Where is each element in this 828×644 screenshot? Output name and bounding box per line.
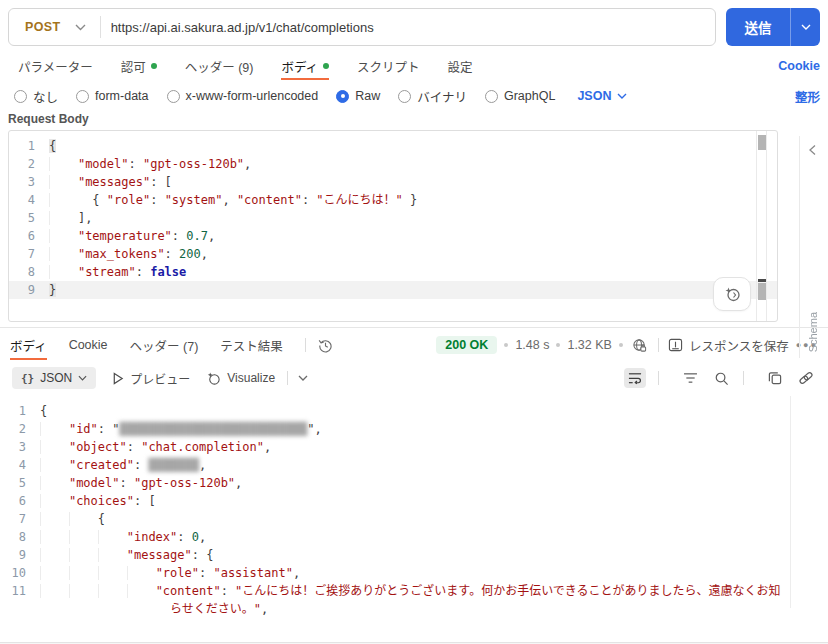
radio-raw[interactable]: Raw [336,89,380,103]
send-button[interactable]: 送信 [726,8,790,46]
tab-response-body[interactable]: ボディ [10,328,47,362]
body-type-row: なし form-data x-www-form-urlencoded Raw バ… [0,84,828,108]
response-scrollbar[interactable] [790,396,791,608]
save-response-button[interactable]: レスポンスを保存 [668,336,789,355]
beautify-link[interactable]: 整形 [795,87,820,106]
collapse-panel-icon[interactable] [808,144,817,156]
link-icon[interactable] [796,369,816,387]
preview-button[interactable]: プレビュー [112,370,190,387]
request-body-title: Request Body [8,112,89,126]
code-line: 7 "max_tokens": 200, [9,245,777,263]
tab-headers[interactable]: ヘッダー (9) [185,50,254,82]
response-time[interactable]: 1.48 s [515,338,549,352]
chevron-down-icon [78,375,87,381]
copy-icon[interactable] [766,369,784,387]
viewer-actions [624,368,816,388]
response-code[interactable]: 1{2 "id": "██████████████████████████",3… [0,396,790,618]
dot-separator [556,343,560,347]
radio-icon [14,90,27,103]
divider [658,371,659,385]
request-body-header: Request Body [0,108,828,130]
radio-none[interactable]: なし [14,87,58,106]
send-split-button: 送信 [726,8,820,46]
tab-body[interactable]: ボディ [281,50,329,82]
code-line: 2 "model": "gpt-oss-120b", [9,155,777,173]
method-label: POST [25,20,61,34]
language-selector[interactable]: JSON [577,89,627,103]
url-input[interactable] [101,20,715,35]
save-response-icon [668,338,683,352]
response-body-panel: 1{2 "id": "██████████████████████████",3… [0,396,828,618]
code-line: 5 ], [9,209,777,227]
radio-icon [76,90,89,103]
radio-urlencoded[interactable]: x-www-form-urlencoded [167,89,319,103]
response-tabs: ボディ Cookie ヘッダー (7) テスト結果 200 OK 1.48 s … [0,328,828,362]
radio-graphql[interactable]: GraphQL [485,89,555,103]
url-box: POST [8,8,716,46]
divider [658,338,659,352]
visualize-sparkle-icon [206,371,221,386]
right-rail: Schema [799,136,828,358]
code-line: 1{ [0,402,790,420]
history-icon[interactable] [316,336,335,355]
code-line: 4 "created": ███████, [0,456,790,474]
postbot-button[interactable] [713,277,751,311]
code-line: 5 "model": "gpt-oss-120b", [0,474,790,492]
tab-settings[interactable]: 設定 [448,50,473,82]
filter-icon[interactable] [681,370,700,386]
cookies-link[interactable]: Cookie [778,59,820,73]
scroll-mark [758,283,766,300]
response-meta: 200 OK 1.48 s 1.32 KB レスポンスを保存 ●●● [436,336,818,355]
code-line: 4 { "role": "system", "content": "こんにちは！… [9,191,777,209]
tab-authorization[interactable]: 認可 [121,50,157,82]
response-format-selector[interactable]: {} JSON [12,367,96,389]
tab-scripts[interactable]: スクリプト [357,50,420,82]
code-line: 9} [9,281,777,299]
editor-scrollbar[interactable] [756,131,767,321]
code-line: 6 "choices": [ [0,492,790,510]
chevron-down-icon [801,24,811,30]
radio-icon [167,90,180,103]
status-badge[interactable]: 200 OK [436,336,497,354]
code-line: 2 "id": "██████████████████████████", [0,420,790,438]
modified-dot [151,63,157,69]
tab-test-results[interactable]: テスト結果 [220,328,283,362]
method-selector[interactable]: POST [9,20,100,34]
code-line: 8 "stream": false [9,263,777,281]
tab-params[interactable]: パラメーター [18,50,93,82]
code-line: 8 "index": 0, [0,528,790,546]
chevron-down-icon [617,93,627,99]
modified-dot [323,63,329,69]
radio-icon [485,90,498,103]
request-url-bar: POST 送信 [8,8,820,46]
radio-form-data[interactable]: form-data [76,89,149,103]
divider [743,371,744,385]
code-line: 7 { [0,510,790,528]
dot-separator [504,343,508,347]
code-line: 9 "message": { [0,546,790,564]
dot-separator [619,343,623,347]
response-size[interactable]: 1.32 KB [567,338,611,352]
code-line: 1{ [9,137,777,155]
preview-play-icon [112,372,124,385]
code-line: 3 "messages": [ [9,173,777,191]
tab-response-headers[interactable]: ヘッダー (7) [130,328,199,362]
radio-binary[interactable]: バイナリ [398,87,467,106]
divider [287,371,288,385]
cursor-mark [758,279,766,282]
request-tabs: パラメーター 認可 ヘッダー (9) ボディ スクリプト 設定 Cookie [0,50,828,82]
tab-response-cookies[interactable]: Cookie [69,328,108,362]
response-toolbar: {} JSON プレビュー Visualize [0,362,828,394]
code-line: 10 "role": "assistant", [0,564,790,582]
network-info-icon[interactable] [630,336,649,355]
api-client-window: POST 送信 パラメーター 認可 ヘッダー (9) ボディ スクリプト 設定 … [0,8,828,644]
schema-tab[interactable]: Schema [807,312,819,352]
visualize-button[interactable]: Visualize [206,371,275,386]
viewer-options-chevron-icon[interactable] [296,373,310,383]
scroll-mark [758,135,766,150]
wrap-text-icon[interactable] [624,368,646,388]
request-code-editor[interactable]: 1{2 "model": "gpt-oss-120b",3 "messages"… [8,130,778,322]
search-icon[interactable] [712,369,731,388]
divider [305,338,306,352]
send-options-button[interactable] [790,8,820,46]
